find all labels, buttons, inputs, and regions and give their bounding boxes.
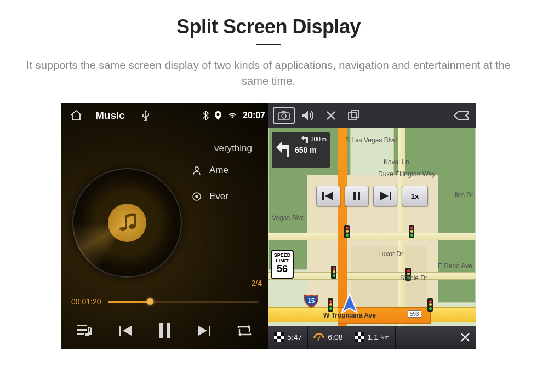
turn-next-unit: m <box>322 136 327 142</box>
svg-point-0 <box>119 227 126 231</box>
track-title-partial: verything <box>214 143 252 154</box>
street-label: Luxor Dr <box>378 250 403 258</box>
svg-rect-35 <box>361 339 364 342</box>
wifi-icon <box>227 112 237 119</box>
street-label: iles Dr <box>455 191 473 199</box>
svg-rect-33 <box>358 336 361 339</box>
nav-bottom-bar: 5:47 6:08 1.1 km <box>268 326 476 349</box>
svg-rect-34 <box>355 339 358 342</box>
svg-point-1 <box>129 224 135 229</box>
svg-rect-25 <box>281 332 284 336</box>
elapsed-time: 00:01:20 <box>71 297 101 306</box>
android-nav-bar <box>268 103 476 128</box>
svg-rect-10 <box>119 326 121 336</box>
gauge-icon <box>313 333 324 342</box>
track-counter: 2/4 <box>252 279 262 287</box>
traffic-light-icon <box>427 298 433 312</box>
turn-instruction: 650 m 300 m <box>272 132 330 168</box>
svg-point-6 <box>196 195 198 198</box>
street-label: Duke Ellington Way <box>378 170 435 178</box>
seek-fill <box>108 301 150 303</box>
svg-rect-27 <box>274 339 277 342</box>
heading-underline <box>256 44 281 45</box>
sim-skip-button[interactable] <box>373 186 397 206</box>
svg-rect-9 <box>77 333 84 335</box>
traffic-light-icon <box>328 298 333 312</box>
distance-unit: km <box>381 334 390 341</box>
svg-rect-22 <box>351 111 359 117</box>
traffic-light-icon <box>331 266 336 279</box>
flag-icon <box>355 332 364 342</box>
status-time: 20:07 <box>243 111 265 120</box>
svg-rect-12 <box>167 323 170 338</box>
svg-point-20 <box>282 114 286 118</box>
playlist-button[interactable] <box>72 318 99 344</box>
svg-rect-7 <box>77 325 87 326</box>
speed-limit-value: 56 <box>272 264 293 275</box>
sim-restart-button[interactable] <box>316 186 340 206</box>
screenshot-button[interactable] <box>273 107 295 124</box>
arrival-cell[interactable]: 6:08 <box>308 326 349 349</box>
map-road <box>268 272 476 280</box>
repeat-button[interactable] <box>231 318 258 344</box>
page-title: Split Screen Display <box>176 15 361 38</box>
route-shield: 593 <box>408 310 421 318</box>
street-label: S Las Vegas Blvd <box>345 136 397 144</box>
svg-rect-29 <box>318 336 321 341</box>
status-bar-right: 20:07 <box>202 103 268 128</box>
previous-track-button[interactable] <box>112 318 139 344</box>
seek-knob[interactable] <box>147 298 153 305</box>
svg-rect-17 <box>358 192 360 200</box>
street-label: Koval Ln <box>384 158 409 166</box>
close-button[interactable] <box>321 106 341 125</box>
svg-rect-32 <box>361 332 364 336</box>
svg-rect-18 <box>390 192 391 200</box>
simulation-controls: 1x <box>316 186 428 206</box>
usb-icon[interactable] <box>141 110 150 121</box>
svg-rect-21 <box>349 113 356 119</box>
svg-point-4 <box>195 167 198 170</box>
interstate-shield-icon: 15 <box>304 293 319 308</box>
back-button[interactable] <box>452 106 471 125</box>
svg-rect-31 <box>355 332 358 336</box>
record-icon <box>192 192 202 201</box>
sim-pause-button[interactable] <box>345 186 369 206</box>
recent-apps-button[interactable] <box>344 106 364 125</box>
flag-icon <box>274 332 284 342</box>
turn-distance: 650 <box>295 146 307 154</box>
turn-next-distance: 300 <box>310 136 320 142</box>
transport-controls <box>61 313 268 349</box>
arrival-value: 6:08 <box>328 333 342 342</box>
volume-button[interactable] <box>298 106 318 125</box>
page-subtitle: It supports the same screen display of t… <box>16 57 521 89</box>
svg-rect-2 <box>125 216 127 229</box>
turn-left-icon <box>275 141 294 159</box>
bluetooth-icon <box>202 111 209 120</box>
svg-rect-11 <box>159 323 163 338</box>
music-app-panel: Music 20:07 verything Ame Ever <box>61 103 268 349</box>
distance-value: 1.1 <box>368 333 378 342</box>
artist-name: Ame <box>209 165 228 176</box>
location-icon <box>214 111 222 120</box>
svg-rect-16 <box>353 192 356 200</box>
sim-speed-button[interactable]: 1x <box>402 186 428 206</box>
turn-unit: m <box>310 146 316 154</box>
svg-rect-24 <box>274 332 277 336</box>
pause-button[interactable] <box>152 318 178 344</box>
traffic-light-icon <box>344 225 350 238</box>
distance-cell[interactable]: 1.1 km <box>349 326 396 349</box>
home-icon[interactable] <box>69 108 83 123</box>
svg-rect-8 <box>77 329 87 331</box>
speed-label-top: SPEED <box>274 252 291 258</box>
street-label: Vegas Blvd <box>272 214 305 222</box>
eta-cell[interactable]: 5:47 <box>268 326 308 349</box>
next-track-button[interactable] <box>191 318 218 344</box>
speed-limit-sign: SPEED LIMIT 56 <box>271 250 294 279</box>
seek-bar[interactable] <box>108 301 259 303</box>
speed-label-mid: LIMIT <box>276 258 289 263</box>
album-art-disc[interactable] <box>72 168 182 278</box>
svg-text:15: 15 <box>308 297 315 304</box>
album-name: Ever <box>209 191 228 202</box>
music-note-icon <box>108 204 146 242</box>
close-nav-button[interactable] <box>455 326 476 349</box>
